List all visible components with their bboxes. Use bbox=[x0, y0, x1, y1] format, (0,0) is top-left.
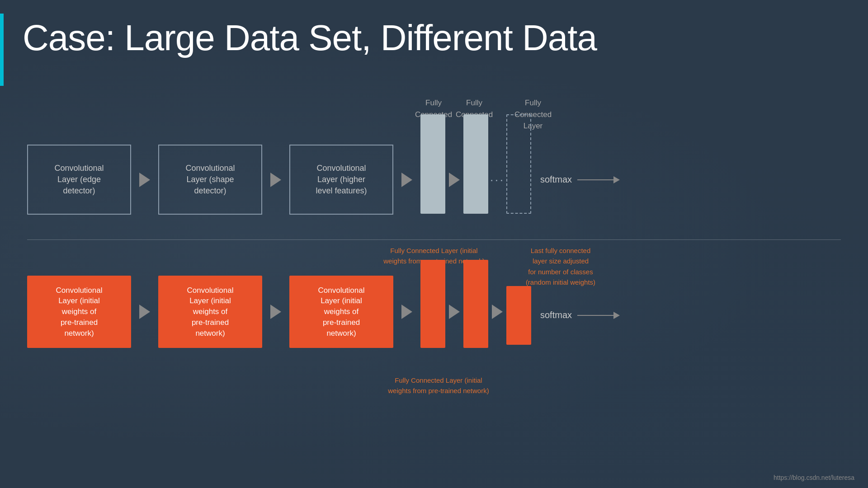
arrow-2 bbox=[262, 173, 289, 187]
bottom-arrow-4 bbox=[445, 305, 463, 319]
softmax-label-bottom: softmax bbox=[540, 310, 572, 320]
bottom-conv3-box: Convolutional Layer (initial weights of … bbox=[289, 276, 393, 348]
bottom-fc-col-3 bbox=[506, 286, 531, 345]
accent-bar bbox=[0, 14, 4, 86]
bottom-fc-col-1 bbox=[420, 260, 445, 348]
top-fc-col-3 bbox=[506, 114, 531, 214]
bottom-conv2-box: Convolutional Layer (initial weights of … bbox=[158, 276, 262, 348]
bottom-arrow-1 bbox=[131, 305, 158, 319]
top-fc-col-2 bbox=[463, 114, 488, 214]
divider bbox=[27, 239, 841, 240]
arrow-1 bbox=[131, 173, 158, 187]
bottom-fc-col-2 bbox=[463, 260, 488, 348]
top-conv1-box: Convolutional Layer (edge detector) bbox=[27, 145, 131, 215]
softmax-arrow-bottom: softmax bbox=[540, 310, 620, 320]
arrow-3 bbox=[393, 173, 420, 187]
fc-dots: ··· bbox=[488, 173, 506, 187]
bottom-conv1-box: Convolutional Layer (initial weights of … bbox=[27, 276, 131, 348]
annotation-bottom-fc: Fully Connected Layer (initial weights f… bbox=[375, 375, 502, 396]
bottom-arrow-2 bbox=[262, 305, 289, 319]
top-conv3-box: Convolutional Layer (higher level featur… bbox=[289, 145, 393, 215]
bottom-arrow-3 bbox=[393, 305, 420, 319]
top-fc-col-1 bbox=[420, 114, 445, 214]
top-conv2-box: Convolutional Layer (shape detector) bbox=[158, 145, 262, 215]
page-title: Case: Large Data Set, Different Data bbox=[23, 18, 597, 58]
bottom-arrow-5 bbox=[488, 305, 506, 319]
softmax-arrow-top: softmax bbox=[540, 174, 620, 185]
softmax-label-top: softmax bbox=[540, 174, 572, 185]
source-link: https://blog.csdn.net/luteresa bbox=[774, 474, 854, 481]
arrow-4 bbox=[445, 173, 463, 187]
